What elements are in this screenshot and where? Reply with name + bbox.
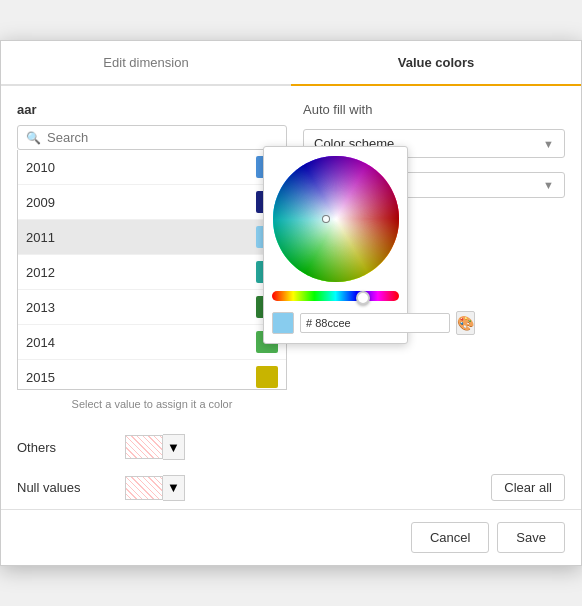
color-wheel-cursor (322, 215, 330, 223)
palette-icon: 🎨 (457, 315, 474, 331)
null-values-dropdown[interactable]: ▼ (163, 475, 185, 501)
color-preview-row: 🎨 (272, 311, 399, 335)
color-hex-input[interactable] (300, 313, 450, 333)
others-label: Others (17, 440, 117, 455)
save-button[interactable]: Save (497, 522, 565, 553)
color-wheel-canvas[interactable] (272, 155, 400, 283)
others-dropdown[interactable]: ▼ (163, 434, 185, 460)
dimension-label: aar (17, 102, 287, 117)
tabs-bar: Edit dimension Value colors (1, 41, 581, 86)
search-icon: 🔍 (26, 131, 41, 145)
clear-all-button[interactable]: Clear all (491, 474, 565, 501)
year-label-2014: 2014 (26, 335, 256, 350)
search-input[interactable] (47, 130, 278, 145)
search-box: 🔍 (17, 125, 287, 150)
secondary-dropdown-arrow-icon: ▼ (543, 179, 554, 191)
year-label-2011: 2011 (26, 230, 256, 245)
select-hint: Select a value to assign it a color (17, 390, 287, 410)
color-picker-popup: 🎨 (263, 146, 408, 344)
year-label-2010: 2010 (26, 160, 256, 175)
modal-footer: Cancel Save (1, 509, 581, 565)
modal-container: Edit dimension Value colors aar 🔍 2010 (0, 40, 582, 566)
hue-slider[interactable] (272, 291, 399, 305)
color-swatch-2015[interactable] (256, 366, 278, 388)
value-row-2014[interactable]: 2014 (18, 325, 286, 360)
value-row-2010[interactable]: 2010 (18, 150, 286, 185)
auto-fill-label: Auto fill with (303, 102, 565, 117)
hue-slider-track (272, 291, 399, 301)
others-color-swatch[interactable] (125, 435, 163, 459)
value-row-2013[interactable]: 2013 (18, 290, 286, 325)
color-wheel[interactable] (272, 155, 400, 283)
null-values-row: Null values ▼ Clear all (17, 474, 565, 501)
others-row: Others ▼ (17, 434, 565, 460)
cancel-button[interactable]: Cancel (411, 522, 489, 553)
null-values-dropdown-arrow-icon: ▼ (167, 480, 180, 495)
color-preview-swatch (272, 312, 294, 334)
color-scheme-arrow-icon: ▼ (543, 138, 554, 150)
year-label-2009: 2009 (26, 195, 256, 210)
year-label-2015: 2015 (26, 370, 256, 385)
left-panel: aar 🔍 2010 2009 2011 (17, 102, 287, 410)
value-row-2015[interactable]: 2015 (18, 360, 286, 390)
null-values-label: Null values (17, 480, 117, 495)
others-dropdown-arrow-icon: ▼ (167, 440, 180, 455)
year-label-2012: 2012 (26, 265, 256, 280)
modal-body: aar 🔍 2010 2009 2011 (1, 86, 581, 426)
year-label-2013: 2013 (26, 300, 256, 315)
palette-icon-btn[interactable]: 🎨 (456, 311, 475, 335)
value-row-2012[interactable]: 2012 (18, 255, 286, 290)
tab-value-colors[interactable]: Value colors (291, 41, 581, 86)
tab-edit-dimension[interactable]: Edit dimension (1, 41, 291, 84)
value-row-2009[interactable]: 2009 (18, 185, 286, 220)
hue-slider-thumb[interactable] (356, 291, 370, 305)
value-row-2011[interactable]: 2011 (18, 220, 286, 255)
values-list: 2010 2009 2011 2012 (17, 150, 287, 390)
null-values-color-swatch[interactable] (125, 476, 163, 500)
